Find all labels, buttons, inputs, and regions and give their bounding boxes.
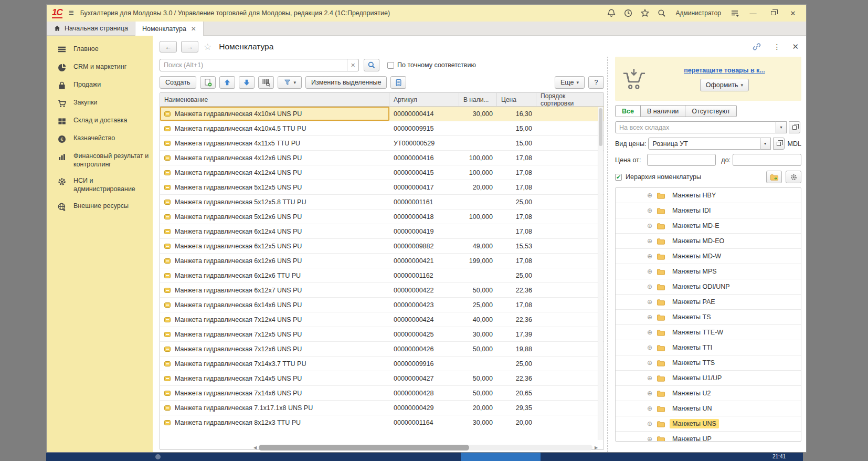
price-from-input[interactable]	[647, 154, 716, 166]
report-list-button[interactable]	[390, 76, 406, 89]
table-row[interactable]: Манжета гидравлическая 7x14x3.7 TTU PU 0…	[160, 357, 604, 371]
table-row[interactable]: Манжета гидравлическая 4x10x4.5 TTU PU 0…	[160, 121, 604, 136]
expand-plus-icon[interactable]: ⊕	[647, 207, 652, 214]
column-header-stock[interactable]: В нали...	[459, 93, 497, 106]
sidebar-item-external[interactable]: Внешние ресурсы	[47, 198, 153, 216]
tab-home[interactable]: Начальная страница	[47, 22, 135, 35]
expand-plus-icon[interactable]: ⊕	[647, 253, 652, 260]
more-actions-button[interactable]: Еще ▾	[555, 76, 585, 89]
warehouse-choose-button[interactable]	[789, 121, 800, 133]
scroll-left-icon[interactable]: ◀	[252, 445, 258, 450]
main-menu-icon[interactable]: ≡	[69, 8, 74, 18]
taskbar-start-icon[interactable]	[155, 454, 161, 459]
sidebar-item-crm[interactable]: CRM и маркетинг	[47, 59, 153, 77]
horizontal-scrollbar-thumb[interactable]	[259, 445, 469, 450]
tree-item[interactable]: ⊕ Манжеты IDI	[616, 203, 801, 218]
price-to-input[interactable]	[733, 154, 801, 166]
expand-plus-icon[interactable]: ⊕	[647, 192, 652, 199]
get-link-icon[interactable]	[752, 42, 761, 51]
tree-item[interactable]: ⊕ Манжеты U2	[616, 386, 801, 401]
table-row[interactable]: Манжета гидравлическая 7x12x5 UNS PU 000…	[160, 327, 604, 342]
sidebar-item-nsi-admin[interactable]: НСИ и администрирование	[47, 173, 153, 197]
table-row[interactable]: Манжета гидравлическая 6x12x7 UNS PU 000…	[160, 283, 604, 298]
expand-plus-icon[interactable]: ⊕	[647, 329, 652, 336]
move-up-button[interactable]	[219, 76, 235, 89]
column-header-sort-order[interactable]: Порядок сортировки	[536, 93, 604, 106]
horizontal-scrollbar[interactable]: ◀ ▶	[252, 444, 599, 451]
expand-plus-icon[interactable]: ⊕	[647, 313, 652, 321]
expand-plus-icon[interactable]: ⊕	[647, 420, 652, 427]
tree-item[interactable]: ⊕ Манжеты PAE	[616, 295, 801, 310]
taskbar[interactable]: 21:41	[46, 453, 803, 461]
expand-plus-icon[interactable]: ⊕	[647, 222, 652, 229]
table-row[interactable]: Манжета гидравлическая 4x12x4 UNS PU 000…	[160, 165, 604, 180]
expand-plus-icon[interactable]: ⊕	[647, 283, 652, 290]
more-menu-icon[interactable]: ⋮	[773, 43, 780, 51]
tree-item[interactable]: ⊕ Манжеты ODI/UNP	[616, 279, 801, 295]
folder-navigation-button[interactable]	[766, 171, 782, 183]
table-row[interactable]: Манжета гидравлическая 6x14x6 UNS PU 000…	[160, 298, 604, 312]
expand-plus-icon[interactable]: ⊕	[647, 344, 652, 351]
tab-all[interactable]: Все	[615, 105, 641, 117]
expand-plus-icon[interactable]: ⊕	[647, 435, 652, 442]
table-row[interactable]: Манжета гидравлическая 7x14x5 UNS PU 000…	[160, 371, 604, 386]
tree-item[interactable]: ⊕ Манжеты MD-EO	[616, 234, 801, 249]
create-by-copy-button[interactable]	[200, 76, 216, 89]
tree-item[interactable]: ⊕ Манжеты TTI	[616, 340, 801, 355]
drag-items-link[interactable]: перетащите товары в к...	[684, 67, 765, 74]
global-search-icon[interactable]	[657, 8, 667, 18]
back-button[interactable]: ←	[160, 41, 177, 53]
scroll-right-icon[interactable]: ▶	[594, 445, 599, 450]
help-button[interactable]: ?	[588, 76, 604, 89]
edit-selected-button[interactable]: Изменить выделенные	[305, 76, 387, 89]
notifications-bell-icon[interactable]	[606, 8, 617, 18]
tree-item[interactable]: ⊕ Манжеты MD-W	[616, 249, 801, 264]
table-row[interactable]: Манжета гидравлическая 7x12x4 UNS PU 000…	[160, 312, 604, 327]
service-menu-icon[interactable]	[729, 8, 740, 18]
tab-out-of-stock[interactable]: Отсутствуют	[685, 105, 737, 117]
table-row[interactable]: Манжета гидравлическая 5x12x5 UNS PU 000…	[160, 180, 604, 195]
close-window-button[interactable]: ✕	[786, 8, 800, 18]
minimize-button[interactable]: —	[746, 8, 760, 18]
create-button[interactable]: Создать	[160, 76, 196, 89]
price-type-dropdown-icon[interactable]: ▾	[760, 138, 771, 150]
tree-item[interactable]: ⊕ Манжеты TTS	[616, 355, 801, 371]
sidebar-item-sales[interactable]: Продажи	[47, 77, 153, 95]
tab-nomenclature[interactable]: Номенклатура ✕	[135, 22, 204, 36]
table-row[interactable]: Манжета гидравлическая 5x12x5.8 TTU PU 0…	[160, 195, 604, 209]
table-row[interactable]: Манжета гидравлическая 6x12x5 UNS PU 000…	[160, 239, 604, 254]
checkout-button[interactable]: Оформить ▾	[700, 79, 749, 91]
expand-plus-icon[interactable]: ⊕	[647, 237, 652, 245]
tree-item[interactable]: ⊕ Манжеты TTE-W	[616, 325, 801, 340]
tree-item[interactable]: ⊕ Манжеты UNS	[616, 416, 801, 432]
table-row[interactable]: Манжета гидравлическая 7x12x6 UNS PU 000…	[160, 342, 604, 357]
table-row[interactable]: Манжета гидравлическая 4x12x6 UNS PU 000…	[160, 151, 604, 165]
warehouse-dropdown-icon[interactable]: ▾	[776, 121, 787, 133]
table-row[interactable]: Манжета гидравлическая 7x14x6 UNS PU 000…	[160, 386, 604, 401]
tree-item[interactable]: ⊕ Манжеты UP	[616, 432, 801, 442]
tree-item[interactable]: ⊕ Манжеты MD-E	[616, 218, 801, 234]
sidebar-item-warehouse[interactable]: Склад и доставка	[47, 112, 153, 130]
tree-item[interactable]: ⊕ Манжеты MPS	[616, 264, 801, 279]
price-type-combo[interactable]: Розница УТ	[648, 138, 760, 150]
expand-plus-icon[interactable]: ⊕	[647, 359, 652, 366]
hierarchy-checkbox[interactable]: ✔	[615, 174, 622, 181]
table-row[interactable]: Манжета гидравлическая 4x10x4 UNS PU 000…	[160, 107, 604, 121]
clear-search-icon[interactable]: ✕	[347, 59, 358, 71]
table-row[interactable]: Манжета гидравлическая 8x12x3 TTU PU 000…	[160, 415, 604, 428]
price-type-choose-button[interactable]	[773, 138, 785, 150]
tab-in-stock[interactable]: В наличии	[641, 105, 685, 117]
column-header-price[interactable]: Цена	[497, 93, 536, 106]
taskbar-active-app[interactable]	[461, 453, 541, 461]
expand-plus-icon[interactable]: ⊕	[647, 390, 652, 397]
favorites-star-icon[interactable]	[640, 8, 650, 18]
tree-settings-button[interactable]	[786, 171, 801, 183]
current-user[interactable]: Администратор	[675, 9, 721, 17]
search-button[interactable]	[364, 59, 379, 71]
vertical-scrollbar[interactable]	[598, 107, 603, 440]
history-icon[interactable]	[623, 8, 633, 18]
forward-button[interactable]: →	[181, 41, 198, 53]
favorite-star-icon[interactable]: ☆	[204, 41, 211, 53]
filter-button[interactable]: ▾	[278, 76, 302, 89]
table-row[interactable]: Манжета гидравлическая 6x12x6 UNS PU 000…	[160, 254, 604, 268]
